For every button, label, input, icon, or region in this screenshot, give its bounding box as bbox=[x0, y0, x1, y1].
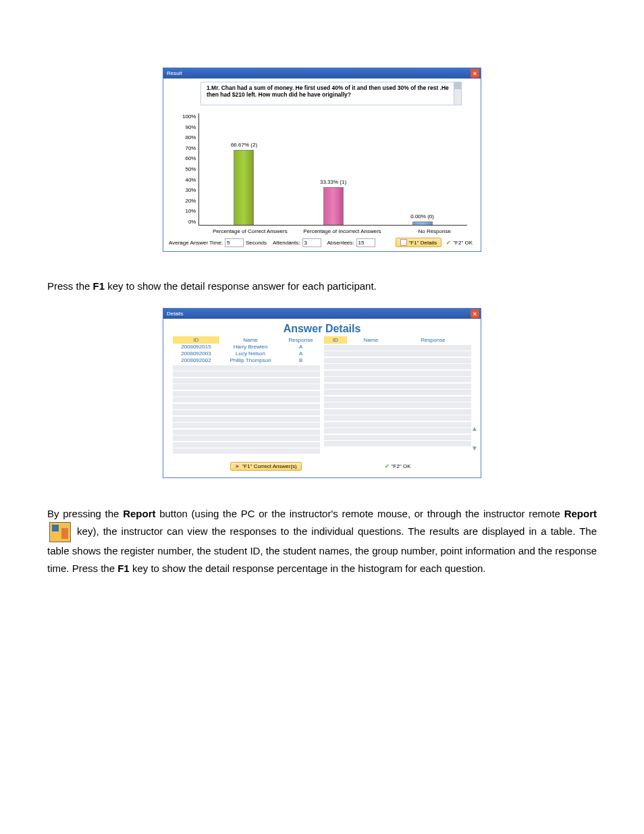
absentees-label: Absentees: bbox=[327, 240, 354, 246]
scroll-up-icon[interactable]: ▲ bbox=[471, 425, 478, 432]
details-window: Details × Answer Details ID Name Respons… bbox=[163, 308, 481, 478]
question-scrollbar[interactable] bbox=[454, 82, 461, 105]
details-title: Answer Details bbox=[163, 319, 481, 336]
bar-correct bbox=[234, 150, 254, 225]
table-row: 2008092015Harry BrewienA bbox=[173, 344, 320, 350]
bar-noresponse bbox=[412, 221, 433, 225]
table-header: ID Name Response bbox=[324, 336, 471, 344]
bar-label-noresponse: 0.00% (0) bbox=[410, 214, 434, 220]
f2-ok-button[interactable]: ✔ "F2" OK bbox=[382, 463, 414, 470]
report-icon bbox=[49, 522, 71, 542]
attendants-input[interactable] bbox=[302, 238, 321, 247]
bar-incorrect bbox=[323, 187, 344, 225]
scroll-down-icon[interactable]: ▼ bbox=[471, 444, 478, 452]
result-footer: Average Answer Time: Seconds Attendants:… bbox=[163, 236, 481, 251]
absentees-input[interactable] bbox=[356, 238, 375, 247]
bar-label-correct: 66.67% (2) bbox=[231, 142, 257, 149]
avg-time-label: Average Answer Time: bbox=[169, 240, 223, 246]
check-icon: ✔ bbox=[385, 463, 390, 469]
check-icon: ✔ bbox=[446, 240, 451, 246]
close-icon[interactable]: × bbox=[471, 69, 479, 78]
pointer-icon: ➤ bbox=[235, 463, 240, 469]
question-text: 1.Mr. Chan had a sum of money. He first … bbox=[200, 82, 462, 105]
result-titlebar: Result × bbox=[163, 68, 481, 78]
instruction-1: Press the F1 key to show the detail resp… bbox=[47, 279, 597, 293]
x-axis: Percentage of Correct Answers Percentage… bbox=[163, 227, 481, 236]
f1-correct-answers-button[interactable]: ➤ "F1" Correct Answer(s) bbox=[230, 462, 301, 471]
f1-details-button[interactable]: "F1" Details bbox=[396, 238, 442, 247]
details-icon bbox=[400, 239, 407, 246]
f2-ok-button[interactable]: ✔ "F2" OK bbox=[444, 239, 475, 246]
details-titlebar: Details × bbox=[163, 309, 481, 319]
result-title: Result bbox=[167, 70, 182, 76]
result-window: Result × 1.Mr. Chan had a sum of money. … bbox=[163, 68, 481, 252]
report-paragraph: By pressing the Report button (using the… bbox=[47, 505, 597, 577]
table-row: 2008092002Phillip ThompsonB bbox=[173, 357, 320, 364]
avg-time-input[interactable] bbox=[225, 238, 244, 247]
attendants-label: Attendants: bbox=[273, 240, 300, 246]
details-titlebar-text: Details bbox=[167, 311, 183, 317]
bar-plot: 66.67% (2) 33.33% (1) 0.00% (0) bbox=[198, 113, 467, 226]
y-axis: 100% 90% 80% 70% 60% 50% 40% 30% 20% 10%… bbox=[182, 113, 198, 225]
bar-label-incorrect: 33.33% (1) bbox=[320, 180, 346, 186]
table-row: 2008092003Lucy NelsonA bbox=[173, 350, 320, 357]
close-icon[interactable]: × bbox=[471, 309, 479, 318]
table-header: ID Name Response bbox=[173, 336, 320, 344]
result-chart: 100% 90% 80% 70% 60% 50% 40% 30% 20% 10%… bbox=[163, 107, 481, 227]
details-table-left: ID Name Response 2008092015Harry Brewien… bbox=[173, 336, 320, 455]
details-table-right: ID Name Response bbox=[324, 336, 471, 455]
seconds-label: Seconds bbox=[246, 240, 267, 246]
